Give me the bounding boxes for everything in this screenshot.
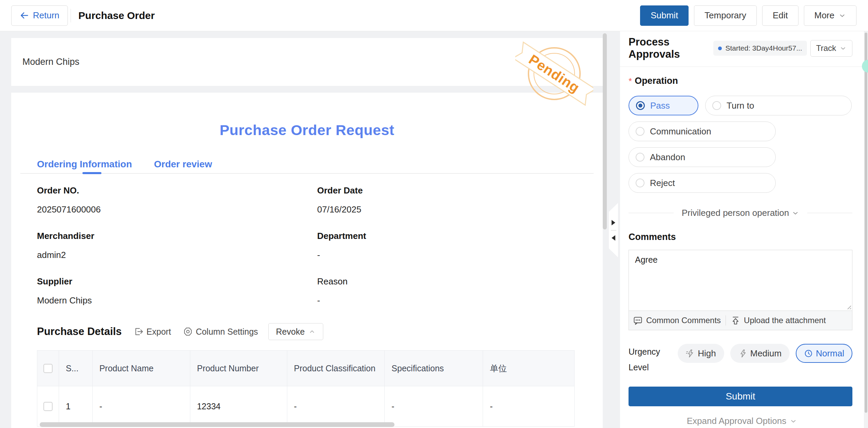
operation-section-label: * Operation [629,76,852,86]
expand-panel-icon[interactable] [612,220,615,225]
common-comments-label: Common Comments [646,316,721,325]
operation-option-reject[interactable]: Reject [629,173,776,193]
comments-box: Agree [629,250,852,311]
urgency-section: Urgency Level High Medium [629,344,852,375]
field-order-no: Order NO. 2025071600006 [37,185,317,215]
temporary-button[interactable]: Temporary [694,5,757,26]
return-label: Return [33,10,59,21]
upload-icon [731,316,740,325]
column-settings-label: Column Settings [196,327,258,337]
field-value: Modern Chips [37,295,317,305]
submit-button[interactable]: Submit [640,5,689,26]
tab-ordering-information[interactable]: Ordering Information [37,157,132,173]
comment-bubble-icon [633,316,643,325]
more-button[interactable]: More [804,5,856,26]
lightning-icon [738,349,748,358]
column-settings-button[interactable]: Column Settings [183,327,258,337]
urgency-options: High Medium Normal [678,344,852,363]
cell-unit: - [483,386,575,426]
field-value: - [317,295,575,305]
track-label: Track [816,43,836,53]
field-value: 2025071600006 [37,204,317,215]
upload-attachment-label: Upload the attachment [744,316,826,325]
chevron-down-icon [838,12,846,19]
column-header-unit: 单位 [483,351,575,386]
document-title: Purchase Order Request [11,122,603,138]
divider-line [629,213,674,213]
purchase-details-header: Purchase Details Export Column Settings … [37,323,575,340]
urgency-option-normal[interactable]: Normal [796,344,852,363]
panel-header: Process Approvals Started: 3Day4Hour57..… [629,36,852,60]
operation-options: Pass Turn to Communication Abandon Rejec… [629,96,852,193]
field-order-date: Order Date 07/16/2025 [317,185,575,215]
chevron-down-icon [840,45,847,52]
field-label: Department [317,231,575,241]
return-button[interactable]: Return [11,5,68,26]
handle-divider [611,230,616,230]
horizontal-scrollbar-thumb[interactable] [40,422,394,427]
option-label: Communication [650,126,711,137]
tab-order-review[interactable]: Order review [154,157,212,173]
export-label: Export [147,327,171,337]
title-divider [71,9,71,22]
chevron-down-icon [792,209,799,217]
chevron-up-icon [309,328,315,335]
urgency-label: Urgency Level [629,344,673,375]
comments-toolbar: Common Comments Upload the attachment [629,311,852,330]
column-header-specifications: Specifications [385,351,483,386]
upload-attachment-button[interactable]: Upload the attachment [731,316,826,325]
collapse-panel-icon[interactable] [612,235,615,241]
document-area: Modern Chips Pending Purchase Order Requ… [0,31,607,428]
divider-line [807,213,852,213]
order-card: Purchase Order Request Ordering Informat… [11,93,603,428]
field-reason: Reason - [317,276,575,305]
track-button[interactable]: Track [810,40,852,57]
operation-option-pass[interactable]: Pass [629,96,698,115]
field-label: Order NO. [37,185,317,196]
page-scrollbar-thumb[interactable] [865,33,867,413]
privileged-operation-toggle[interactable]: Privileged person operation [629,208,852,218]
revoke-button[interactable]: Revoke [268,323,324,340]
cell-product-name: - [93,386,190,426]
row-checkbox-cell [37,386,59,426]
column-settings-icon [183,327,193,336]
common-comments-button[interactable]: Common Comments [633,316,721,325]
radio-icon [712,101,721,110]
toolbar-divider [726,315,726,325]
vertical-scrollbar-thumb[interactable] [603,33,607,229]
radio-icon [636,153,644,162]
comments-input[interactable]: Agree [629,250,852,311]
operation-option-turn-to[interactable]: Turn to [705,96,852,115]
expand-approval-options[interactable]: Expand Approval Options [620,416,864,426]
active-tab-indicator [82,172,101,174]
supplier-header: Modern Chips [22,57,79,67]
approval-submit-button[interactable]: Submit [629,387,852,406]
urgency-label-high: High [698,348,716,359]
status-dot-icon [718,46,722,50]
edit-button[interactable]: Edit [762,5,798,26]
operation-option-communication[interactable]: Communication [629,122,776,141]
panel-divider [620,67,864,67]
export-button[interactable]: Export [134,327,171,337]
radio-icon [636,179,644,187]
field-label: Order Date [317,185,575,196]
chevron-down-icon [790,417,797,425]
option-label: Pass [650,100,670,111]
operation-option-abandon[interactable]: Abandon [629,147,776,167]
field-value: - [317,250,575,260]
privileged-label: Privileged person operation [682,208,789,218]
select-all-checkbox[interactable] [43,364,53,373]
header-checkbox-cell [37,351,59,386]
radio-selected-icon [636,101,645,110]
revoke-label: Revoke [276,327,305,337]
table-row: 1 - 12334 - - - [37,386,575,426]
urgency-option-high[interactable]: High [678,344,724,363]
field-department: Department - [317,231,575,260]
arrow-left-icon [20,11,29,20]
export-icon [134,327,143,336]
row-checkbox[interactable] [43,402,53,411]
urgency-option-medium[interactable]: Medium [730,344,790,363]
lightning-fast-icon [686,349,695,358]
field-value: 07/16/2025 [317,204,575,215]
header-actions: Submit Temporary Edit More [640,5,856,26]
